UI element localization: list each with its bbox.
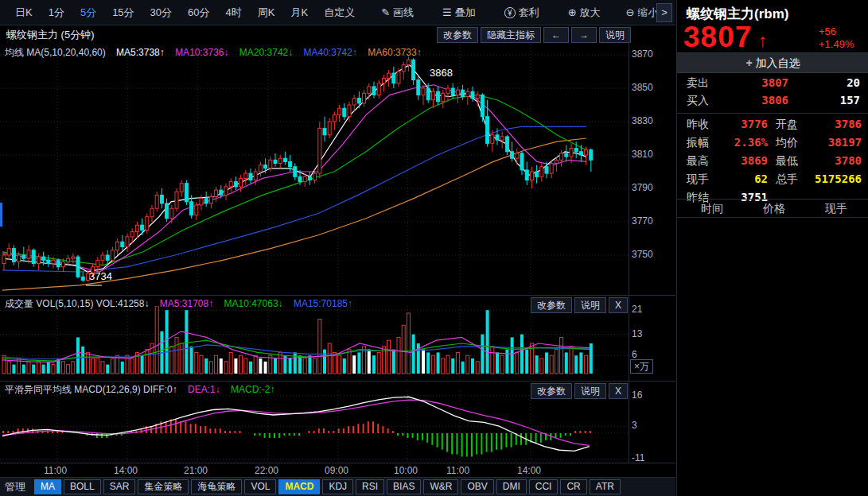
- volume-tick-label: 13: [632, 328, 642, 339]
- bid-row: 买入 3806 157: [677, 94, 868, 111]
- period-monthly[interactable]: 月K: [283, 3, 315, 22]
- time-tick-label: 09:00: [325, 465, 348, 476]
- tab-turtle-strategy[interactable]: 海龟策略: [191, 479, 242, 494]
- add-watchlist-button[interactable]: +加入自选: [677, 52, 868, 73]
- main-candlestick-chart[interactable]: 38683734: [0, 45, 629, 294]
- stats-row: 昨收 3776 开盘 3786: [677, 118, 868, 135]
- time-tick-label: 14:00: [114, 465, 138, 476]
- macd-close-button[interactable]: X: [609, 383, 628, 399]
- time-tick-label: 22:00: [255, 465, 278, 476]
- indicator-tabbar: 管理 MA BOLL SAR 集金策略 海龟策略 VOL MACD KDJ RS…: [0, 477, 675, 496]
- period-custom[interactable]: 自定义: [317, 3, 362, 22]
- price-change: +56: [819, 25, 836, 37]
- draw-line-button[interactable]: ✎ 画线: [375, 3, 420, 22]
- quote-panel: 螺纹钢主力(rbm) 3807 ↑ +56 +1.49% +加入自选 卖出 38…: [676, 0, 868, 496]
- toolbar: 日K 1分 5分 15分 30分 60分 4时 周K 月K 自定义 ✎ 画线 ☰…: [0, 0, 675, 25]
- price-tick-label: 3830: [632, 115, 653, 126]
- tab-sar[interactable]: SAR: [103, 479, 136, 494]
- price-tick-label: 3750: [632, 249, 653, 260]
- tab-rsi[interactable]: RSI: [356, 479, 384, 494]
- macd-help-button[interactable]: 说明: [574, 383, 606, 399]
- edit-params-button[interactable]: 改参数: [437, 27, 478, 43]
- period-1min[interactable]: 1分: [41, 3, 72, 22]
- time-tick-label: 11:00: [44, 465, 67, 476]
- toolbar-expand-button[interactable]: >: [656, 3, 672, 22]
- vol-edit-params-button[interactable]: 改参数: [531, 297, 572, 313]
- scroll-right-button[interactable]: →: [571, 27, 597, 43]
- hide-indicator-button[interactable]: 隐藏主指标: [481, 27, 541, 43]
- zoom-in-button[interactable]: ⊕ 放大: [562, 3, 607, 22]
- zoom-in-icon: ⊕: [568, 6, 577, 18]
- period-15min[interactable]: 15分: [105, 3, 141, 22]
- volume-unit-label: ×万: [630, 359, 653, 374]
- svg-text:3868: 3868: [430, 67, 453, 79]
- money-icon: ¥: [504, 7, 516, 18]
- period-30min[interactable]: 30分: [143, 3, 179, 22]
- period-5min[interactable]: 5分: [73, 3, 103, 22]
- left-edge-indicator: [0, 203, 2, 227]
- time-tick-label: 11:00: [446, 465, 469, 476]
- time-tick-label: 14:00: [517, 465, 541, 476]
- period-60min[interactable]: 60分: [181, 3, 216, 22]
- plus-icon: +: [745, 56, 752, 69]
- tab-bias[interactable]: BIAS: [387, 479, 421, 494]
- chart-title: 螺纹钢主力 (5分钟): [0, 28, 95, 42]
- tab-vol[interactable]: VOL: [244, 479, 276, 494]
- pencil-icon: ✎: [381, 6, 390, 18]
- time-tick-label: 10:00: [394, 465, 418, 476]
- tab-jijin-strategy[interactable]: 集金策略: [138, 479, 189, 494]
- price-tick-label: 3770: [632, 215, 653, 227]
- macd-tick-label: -11: [632, 452, 644, 463]
- ask-row: 卖出 3807 20: [677, 76, 868, 94]
- tab-kdj[interactable]: KDJ: [322, 479, 353, 494]
- tab-cr[interactable]: CR: [560, 479, 586, 494]
- period-weekly[interactable]: 周K: [251, 3, 282, 22]
- tab-cci[interactable]: CCI: [529, 479, 559, 494]
- trades-table-header: 时间 价格 现手: [677, 199, 868, 218]
- price-tick-label: 3870: [632, 48, 653, 60]
- macd-tick-label: 16: [632, 389, 642, 401]
- svg-text:3734: 3734: [89, 270, 112, 282]
- macd-edit-params-button[interactable]: 改参数: [531, 383, 572, 399]
- price-change-percent: +1.49%: [819, 38, 854, 50]
- stats-row: 振幅 2.36% 均价 38197: [677, 136, 868, 153]
- period-4hour[interactable]: 4时: [219, 3, 249, 22]
- price-tick-label: 3810: [632, 149, 653, 160]
- period-daily[interactable]: 日K: [8, 3, 40, 22]
- tab-atr[interactable]: ATR: [590, 479, 621, 494]
- volume-tick-label: 6: [632, 349, 637, 360]
- volume-tick-label: 21: [632, 304, 642, 315]
- layers-icon: ☰: [442, 6, 452, 18]
- trading-app-window: 日K 1分 5分 15分 30分 60分 4时 周K 月K 自定义 ✎ 画线 ☰…: [0, 0, 868, 496]
- time-tick-label: 21:00: [184, 465, 208, 476]
- tab-manage[interactable]: 管理: [5, 480, 25, 494]
- price-tick-label: 3850: [632, 82, 653, 93]
- macd-indicator-readout: 平滑异同平均线 MACD(12,26,9) DIFF:0↑ DEA:1↓ MAC…: [0, 383, 621, 397]
- overlay-button[interactable]: ☰ 叠加: [436, 3, 482, 22]
- tab-boll[interactable]: BOLL: [64, 479, 101, 494]
- volume-indicator-readout: 成交量 VOL(5,10,15) VOL:41258↓ MA5:31708↑ M…: [0, 297, 621, 311]
- help-button[interactable]: 说明: [599, 27, 631, 43]
- macd-chart[interactable]: [0, 391, 629, 463]
- arbitrage-button[interactable]: ¥ 套利: [498, 3, 546, 22]
- chart-header: 螺纹钢主力 (5分钟) 改参数 隐藏主指标 ← → 说明: [0, 25, 633, 45]
- tab-macd[interactable]: MACD: [278, 479, 320, 494]
- scroll-left-button[interactable]: ←: [543, 27, 569, 43]
- vol-help-button[interactable]: 说明: [574, 297, 606, 313]
- tab-obv[interactable]: OBV: [461, 479, 493, 494]
- tab-ma[interactable]: MA: [34, 479, 61, 494]
- last-price: 3807: [683, 21, 752, 54]
- tab-dmi[interactable]: DMI: [496, 479, 527, 494]
- ma-indicator-readout: 均线 MA(5,10,20,40,60) MA5:3738↑ MA10:3736…: [0, 46, 621, 60]
- time-axis: 11:0014:0021:0022:0009:0010:0011:0014:00: [0, 463, 675, 477]
- price-up-arrow-icon: ↑: [758, 30, 768, 52]
- stats-row: 最高 3869 最低 3780: [677, 154, 868, 172]
- settle-row: 昨结 3751: [677, 182, 868, 200]
- macd-tick-label: 3: [632, 420, 637, 431]
- price-tick-label: 3790: [632, 182, 653, 193]
- volume-chart[interactable]: [0, 306, 629, 380]
- vol-close-button[interactable]: X: [609, 297, 628, 313]
- tab-wr[interactable]: W&R: [423, 479, 458, 494]
- zoom-out-icon: ⊖: [626, 6, 635, 18]
